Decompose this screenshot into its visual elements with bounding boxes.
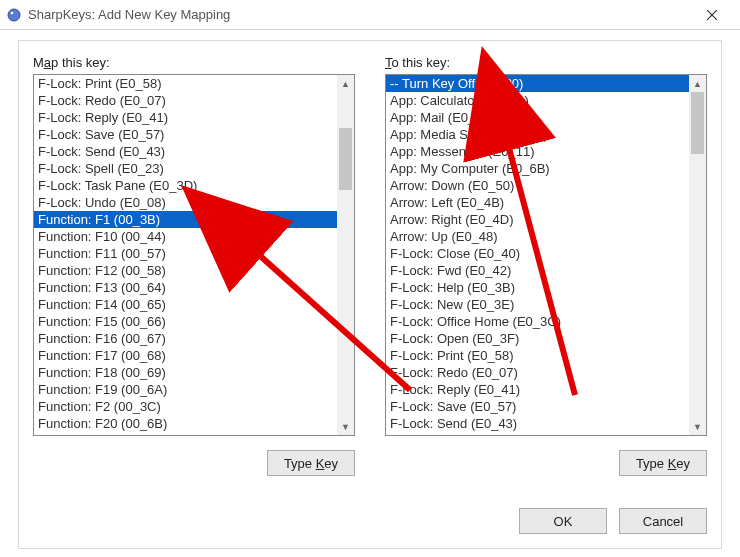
close-button[interactable] <box>692 1 732 29</box>
svg-point-1 <box>11 11 14 14</box>
scroll-track[interactable] <box>337 92 354 418</box>
list-item[interactable]: F-Lock: Print (E0_58) <box>34 75 337 92</box>
scrollbar[interactable]: ▲ ▼ <box>337 75 354 435</box>
type-key-right-button[interactable]: Type Key <box>619 450 707 476</box>
list-item[interactable]: Function: F20 (00_6B) <box>34 415 337 432</box>
list-item[interactable]: Arrow: Up (E0_48) <box>386 228 689 245</box>
list-item[interactable]: App: Media Select (E0_6D) <box>386 126 689 143</box>
list-item[interactable]: Function: F10 (00_44) <box>34 228 337 245</box>
to-this-key-label: To this key: <box>385 55 707 70</box>
list-item[interactable]: Arrow: Left (E0_4B) <box>386 194 689 211</box>
list-item[interactable]: F-Lock: Office Home (E0_3C) <box>386 313 689 330</box>
scroll-down-icon[interactable]: ▼ <box>689 418 706 435</box>
list-item[interactable]: Function: F13 (00_64) <box>34 279 337 296</box>
list-item[interactable]: Function: F15 (00_66) <box>34 313 337 330</box>
map-this-key-listbox[interactable]: F-Lock: Print (E0_58)F-Lock: Redo (E0_07… <box>33 74 355 436</box>
list-item[interactable]: F-Lock: Task Pane (E0_3D) <box>34 177 337 194</box>
list-item[interactable]: F-Lock: Redo (E0_07) <box>34 92 337 109</box>
scrollbar[interactable]: ▲ ▼ <box>689 75 706 435</box>
svg-point-0 <box>8 9 20 21</box>
to-this-key-panel: To this key: -- Turn Key Off (00_00)App:… <box>385 55 707 476</box>
list-item[interactable]: Arrow: Down (E0_50) <box>386 177 689 194</box>
scroll-thumb[interactable] <box>691 92 704 154</box>
list-item[interactable]: F-Lock: Save (E0_57) <box>386 398 689 415</box>
list-item[interactable]: App: My Computer (E0_6B) <box>386 160 689 177</box>
list-item[interactable]: F-Lock: Send (E0_43) <box>386 415 689 432</box>
list-item[interactable]: Function: F2 (00_3C) <box>34 398 337 415</box>
list-item[interactable]: F-Lock: Undo (E0_08) <box>34 194 337 211</box>
list-item[interactable]: Function: F1 (00_3B) <box>34 211 337 228</box>
list-item[interactable]: Function: F16 (00_67) <box>34 330 337 347</box>
list-item[interactable]: F-Lock: Reply (E0_41) <box>34 109 337 126</box>
cancel-button[interactable]: Cancel <box>619 508 707 534</box>
list-item[interactable]: Function: F11 (00_57) <box>34 245 337 262</box>
titlebar: SharpKeys: Add New Key Mapping <box>0 0 740 30</box>
list-item[interactable]: F-Lock: Close (E0_40) <box>386 245 689 262</box>
scroll-down-icon[interactable]: ▼ <box>337 418 354 435</box>
list-item[interactable]: Arrow: Right (E0_4D) <box>386 211 689 228</box>
map-this-key-label: Map this key: <box>33 55 355 70</box>
scroll-up-icon[interactable]: ▲ <box>689 75 706 92</box>
app-icon <box>6 7 22 23</box>
scroll-thumb[interactable] <box>339 128 352 190</box>
list-item[interactable]: F-Lock: Open (E0_3F) <box>386 330 689 347</box>
type-key-left-button[interactable]: Type Key <box>267 450 355 476</box>
list-item[interactable]: F-Lock: New (E0_3E) <box>386 296 689 313</box>
list-item[interactable]: -- Turn Key Off (00_00) <box>386 75 689 92</box>
list-item[interactable]: F-Lock: Spell (E0_23) <box>34 160 337 177</box>
dialog-body: Map this key: F-Lock: Print (E0_58)F-Loc… <box>18 40 722 549</box>
scroll-up-icon[interactable]: ▲ <box>337 75 354 92</box>
to-this-key-listbox[interactable]: -- Turn Key Off (00_00)App: Calculator (… <box>385 74 707 436</box>
list-item[interactable]: F-Lock: Send (E0_43) <box>34 143 337 160</box>
list-item[interactable]: App: Calculator (E0_21) <box>386 92 689 109</box>
list-item[interactable]: F-Lock: Save (E0_57) <box>34 126 337 143</box>
list-item[interactable]: F-Lock: Print (E0_58) <box>386 347 689 364</box>
list-item[interactable]: Function: F17 (00_68) <box>34 347 337 364</box>
list-item[interactable]: F-Lock: Redo (E0_07) <box>386 364 689 381</box>
map-this-key-panel: Map this key: F-Lock: Print (E0_58)F-Loc… <box>33 55 355 476</box>
window-title: SharpKeys: Add New Key Mapping <box>28 7 692 22</box>
list-item[interactable]: F-Lock: Fwd (E0_42) <box>386 262 689 279</box>
list-item[interactable]: Function: F18 (00_69) <box>34 364 337 381</box>
scroll-track[interactable] <box>689 92 706 418</box>
list-item[interactable]: F-Lock: Reply (E0_41) <box>386 381 689 398</box>
list-item[interactable]: Function: F12 (00_58) <box>34 262 337 279</box>
list-item[interactable]: Function: F19 (00_6A) <box>34 381 337 398</box>
list-item[interactable]: App: Messenger (E0_11) <box>386 143 689 160</box>
list-item[interactable]: F-Lock: Help (E0_3B) <box>386 279 689 296</box>
list-item[interactable]: Function: F14 (00_65) <box>34 296 337 313</box>
list-item[interactable]: App: Mail (E0_6C) <box>386 109 689 126</box>
ok-button[interactable]: OK <box>519 508 607 534</box>
